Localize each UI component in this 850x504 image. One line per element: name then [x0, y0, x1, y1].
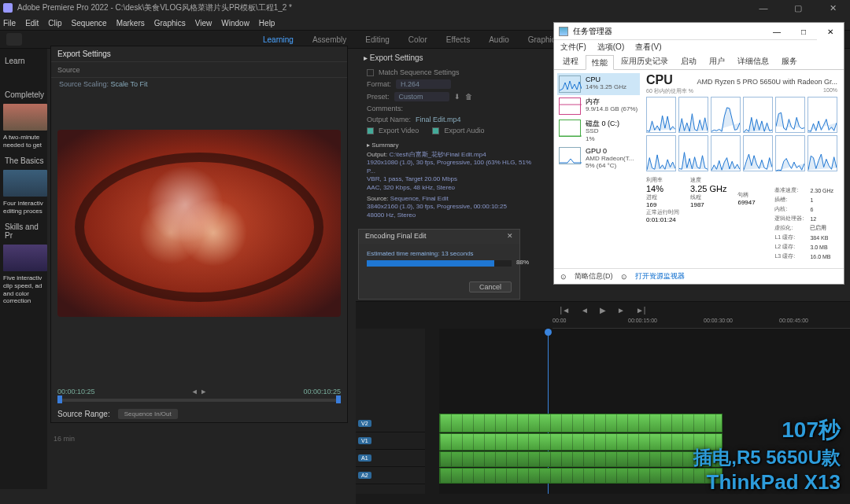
track-headers: V2 V1 A1 A2 [356, 329, 425, 494]
menu-window[interactable]: Window [221, 19, 249, 28]
range-label: Source Range: [57, 410, 110, 418]
encoding-dialog: Encoding Final Edit✕ Estimated time rema… [358, 229, 520, 300]
resource-monitor-link[interactable]: 打开资源监视器 [635, 271, 685, 281]
preset-select[interactable]: Custom [394, 92, 449, 101]
scale-label: Source Scaling: [59, 80, 109, 88]
video-clip[interactable] [439, 414, 722, 432]
tm-minimize[interactable]: — [763, 23, 790, 40]
menu-file[interactable]: File [3, 19, 16, 28]
encoding-cancel-button[interactable]: Cancel [469, 281, 512, 292]
tm-title-text: 任务管理器 [573, 26, 612, 37]
menu-help[interactable]: Help [259, 19, 275, 28]
export-dialog: Export Settings Source Source Scaling: S… [50, 46, 348, 423]
cpu-core-chart [743, 135, 773, 171]
collapse-icon[interactable]: ⊙ [560, 273, 567, 281]
ws-assembly[interactable]: Assembly [312, 35, 346, 44]
step-back-icon[interactable]: ◄ [581, 306, 589, 315]
overlay-caption: 107秒 插电,R5 5650U款 ThinkPad X13 [693, 415, 841, 495]
cpu-name: AMD Ryzen 5 PRO 5650U with Radeon Gr... [697, 78, 837, 86]
timeline-tools [425, 329, 439, 494]
cpu-core-chart [775, 97, 805, 133]
menu-markers[interactable]: Markers [116, 19, 145, 28]
task-manager-icon [559, 27, 568, 36]
tm-main: CPUAMD Ryzen 5 PRO 5650U with Radeon Gr.… [643, 70, 844, 268]
tm-titlebar[interactable]: 任务管理器 — □ ✕ [554, 23, 844, 40]
progress-bar: 88% [367, 260, 512, 267]
play-icon[interactable]: ▶ [600, 306, 606, 315]
progress-percent: 88% [516, 259, 529, 266]
cpu-core-chart [646, 97, 676, 133]
menu-graphics[interactable]: Graphics [154, 19, 186, 28]
sidebar-item-disk[interactable]: 磁盘 0 (C:)SSD 1% [557, 117, 640, 145]
audio-clip[interactable] [439, 451, 722, 467]
tm-close[interactable]: ✕ [817, 23, 844, 40]
cpu-core-chart [711, 135, 741, 171]
close-button[interactable]: ✕ [815, 0, 850, 16]
save-preset-icon[interactable]: ⬇ [454, 93, 460, 101]
cpu-core-chart [808, 97, 837, 133]
time-right: 00:00:10:25 [303, 388, 341, 395]
range-button[interactable]: Sequence In/Out [118, 409, 178, 419]
fewer-details[interactable]: 简略信息(D) [575, 271, 613, 281]
es-header: Export Settings [370, 53, 423, 62]
goto-out-icon[interactable]: ►| [636, 306, 646, 315]
step-fwd-icon[interactable]: ► [617, 306, 625, 315]
cpu-core-grid[interactable] [646, 97, 837, 171]
timeline-ruler[interactable]: 00:00 00:00:15:00 00:00:30:00 00:00:45:0… [552, 318, 850, 329]
format-select[interactable]: H.264 [396, 79, 451, 89]
tm-maximize[interactable]: □ [790, 23, 817, 40]
cpu-details-table: 基准速度:2.30 GHz插槽:1内核:6逻辑处理器:12虚拟化:已启用L1 缓… [771, 185, 837, 262]
resource-monitor-icon: ⊙ [621, 273, 627, 281]
learn-header: Learn [5, 57, 44, 65]
export-video-cb[interactable] [367, 127, 374, 134]
task-manager-window: 任务管理器 — □ ✕ 文件(F) 选项(O) 查看(V) 进程 性能 应用历史… [553, 22, 844, 285]
ws-learning[interactable]: Learning [263, 35, 294, 44]
premiere-titlebar[interactable]: Adobe Premiere Pro 2022 - C:\desk\美食VLOG… [0, 0, 850, 16]
cpu-core-chart [775, 135, 805, 171]
output-name[interactable]: Final Edit.mp4 [416, 116, 461, 123]
minimize-button[interactable]: — [746, 0, 781, 16]
time-left: 00:00:10:25 [57, 388, 95, 395]
sidebar-item-memory[interactable]: 内存9.9/14.8 GB (67%) [557, 95, 640, 117]
cpu-heading: CPU [646, 73, 673, 87]
menu-sequence[interactable]: Sequence [72, 19, 107, 28]
match-checkbox[interactable] [367, 69, 374, 76]
match-label: Match Sequence Settings [379, 68, 460, 76]
encoding-eta: Estimated time remaining: 13 seconds [367, 250, 512, 257]
video-clip[interactable] [439, 433, 722, 451]
range-slider[interactable] [57, 399, 341, 402]
goto-in-icon[interactable]: |◄ [560, 306, 571, 315]
source-tab[interactable]: Source [57, 66, 80, 74]
ws-color[interactable]: Color [408, 35, 427, 44]
premiere-logo-icon [3, 3, 13, 13]
learn-text: Four interactiv editing proces [3, 200, 44, 215]
tm-tabs: 进程 性能 应用历史记录 启动 用户 详细信息 服务 [554, 54, 844, 70]
section-basics: The Basics [5, 156, 44, 165]
sidebar-item-cpu[interactable]: CPU14% 3.25 GHz [557, 73, 640, 95]
scale-value[interactable]: Scale To Fit [111, 80, 148, 88]
close-icon[interactable]: ✕ [507, 232, 513, 241]
export-audio-cb[interactable] [432, 127, 439, 134]
learn-thumb[interactable] [3, 245, 47, 271]
tm-sidebar: CPU14% 3.25 GHz 内存9.9/14.8 GB (67%) 磁盘 0… [554, 70, 643, 268]
sidebar-item-gpu[interactable]: GPU 0AMD Radeon(T... 5% (64 °C) [557, 145, 640, 172]
playback-controls: |◄ ◄ ▶ ► ►| [356, 302, 850, 318]
delete-preset-icon[interactable]: 🗑 [465, 93, 472, 101]
audio-clip[interactable] [439, 468, 722, 484]
home-icon[interactable] [6, 33, 22, 46]
learn-thumb[interactable] [3, 170, 47, 197]
cpu-core-chart [808, 135, 837, 171]
menu-edit[interactable]: Edit [25, 19, 39, 28]
section-completely: Completely [5, 90, 44, 99]
menu-clip[interactable]: Clip [48, 19, 61, 28]
ws-audio[interactable]: Audio [489, 35, 509, 44]
ws-effects[interactable]: Effects [446, 35, 470, 44]
export-dialog-title[interactable]: Export Settings [51, 46, 347, 62]
maximize-button[interactable]: ▢ [781, 0, 815, 16]
cpu-core-chart [646, 135, 676, 171]
learn-text: A two-minute needed to get [3, 134, 44, 149]
learn-panel: Learn Completely A two-minute needed to … [0, 49, 47, 489]
learn-thumb[interactable] [3, 104, 47, 131]
ws-editing[interactable]: Editing [365, 35, 390, 44]
menu-view[interactable]: View [195, 19, 213, 28]
